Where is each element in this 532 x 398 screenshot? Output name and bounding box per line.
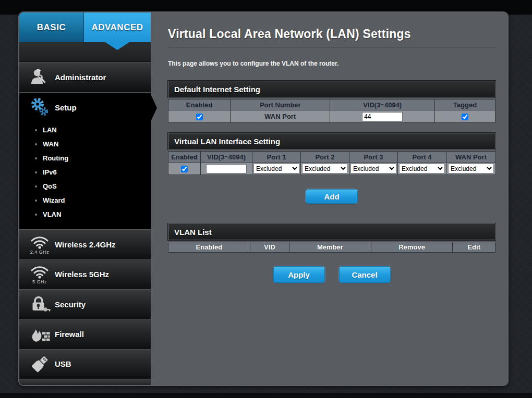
table-header-row: Enabled Port Number VID(3~4094) Tagged: [168, 100, 495, 110]
sidebar-item-label: Firewall: [55, 330, 84, 339]
port2-cell: Excluded: [301, 163, 349, 175]
add-button-row: Add: [168, 189, 495, 204]
sidebar-item-usb[interactable]: USB: [19, 349, 151, 379]
sidebar-item-security[interactable]: Security: [19, 289, 151, 319]
col-header-remove: Remove: [371, 242, 453, 253]
col-header-enabled: Enabled: [168, 242, 250, 253]
submenu-item-wizard[interactable]: Wizard: [35, 193, 151, 207]
app-panel: BASIC ADVANCED Adm: [18, 11, 509, 386]
vlan-interface-table: Enabled VID(3~4094) Port 1 Port 2 Port 3…: [168, 151, 496, 175]
tab-basic[interactable]: BASIC: [19, 13, 84, 42]
sidebar-item-firewall[interactable]: Firewall: [19, 319, 151, 349]
enabled-cell: [168, 110, 231, 123]
form-actions: Apply Cancel: [168, 266, 495, 283]
internet-tagged-checkbox[interactable]: [462, 114, 468, 120]
col-header-tagged: Tagged: [434, 100, 495, 110]
tab-strip: [19, 42, 151, 62]
sidebar-item-administrator[interactable]: Administrator: [19, 62, 151, 92]
port-number-cell: WAN Port: [231, 110, 330, 123]
active-section-arrow: [150, 93, 157, 122]
vlan-enabled-checkbox[interactable]: [181, 166, 188, 172]
usb-icon: [25, 354, 55, 374]
col-header-vid: VID(3~4094): [201, 152, 252, 163]
port1-select[interactable]: Excluded: [253, 164, 299, 173]
vid-cell: [330, 110, 435, 123]
sidebar-section-setup: Setup LAN WAN Routing IPv6 QoS Wizard VL…: [19, 92, 151, 229]
col-header-vid: VID: [250, 242, 289, 253]
internet-enabled-checkbox[interactable]: [196, 114, 203, 120]
submenu-item-ipv6[interactable]: IPv6: [35, 165, 151, 179]
port4-select[interactable]: Excluded: [399, 164, 445, 173]
col-header-enabled: Enabled: [168, 100, 231, 110]
sidebar-footer: [19, 379, 151, 385]
col-header-wan-port: WAN Port: [446, 152, 496, 163]
table-header-row: Enabled VID Member Remove Edit: [168, 242, 495, 253]
internet-vid-input[interactable]: [362, 112, 403, 121]
title-divider: [168, 47, 495, 47]
tagged-cell: [434, 110, 495, 123]
wifi-icon: 2.4 GHz: [25, 234, 55, 255]
submenu-item-wan[interactable]: WAN: [35, 137, 151, 151]
sidebar-item-label: Security: [55, 300, 86, 309]
bullet-icon: [35, 143, 37, 145]
submenu-label: WAN: [43, 137, 58, 151]
enabled-cell: [168, 163, 201, 175]
submenu-label: IPv6: [43, 165, 57, 179]
bullet-icon: [35, 129, 37, 131]
sidebar-item-setup[interactable]: Setup: [19, 93, 151, 122]
wan-port-cell: Excluded: [446, 163, 496, 175]
wifi-band-caption: 5 GHz: [32, 279, 47, 284]
sidebar: BASIC ADVANCED Adm: [19, 13, 151, 385]
setup-submenu: LAN WAN Routing IPv6 QoS Wizard VLAN: [19, 122, 151, 230]
tab-bar: BASIC ADVANCED: [19, 13, 151, 42]
sidebar-item-wireless-24ghz[interactable]: 2.4 GHz Wireless 2.4GHz: [19, 229, 151, 259]
submenu-label: QoS: [43, 179, 57, 193]
sidebar-item-label: USB: [55, 359, 71, 368]
bullet-icon: [35, 214, 37, 216]
sidebar-item-wireless-5ghz[interactable]: 5 GHz Wireless 5GHz: [19, 259, 151, 289]
vlan-list-section-title: VLAN List: [168, 223, 495, 240]
sidebar-item-label: Administrator: [55, 73, 106, 82]
bullet-icon: [35, 171, 37, 173]
bullet-icon: [35, 157, 37, 159]
port3-cell: Excluded: [349, 163, 398, 175]
submenu-label: Wizard: [43, 193, 65, 207]
vlan-vid-input[interactable]: [206, 164, 247, 173]
default-internet-section: Default Internet Setting Enabled Port Nu…: [168, 81, 495, 123]
col-header-port-number: Port Number: [231, 100, 330, 110]
submenu-item-lan[interactable]: LAN: [35, 123, 151, 137]
col-header-member: Member: [289, 242, 371, 253]
default-internet-section-title: Default Internet Setting: [168, 81, 495, 97]
apply-button[interactable]: Apply: [273, 266, 325, 283]
tab-advanced[interactable]: ADVANCED: [84, 13, 151, 42]
col-header-port1: Port 1: [252, 152, 301, 163]
active-tab-notch: [105, 42, 129, 50]
cancel-button[interactable]: Cancel: [339, 266, 391, 283]
col-header-vid: VID(3~4094): [330, 100, 435, 110]
vlan-interface-section-title: Virtual LAN Interface Setting: [168, 133, 495, 150]
port2-select[interactable]: Excluded: [302, 164, 348, 173]
submenu-item-routing[interactable]: Routing: [35, 151, 151, 165]
col-header-port4: Port 4: [398, 152, 446, 163]
gears-icon: [25, 97, 55, 118]
sidebar-item-label: Setup: [55, 103, 77, 112]
bullet-icon: [35, 185, 37, 188]
sidebar-item-label: Wireless 2.4GHz: [55, 240, 116, 249]
vid-cell: [201, 163, 252, 175]
vlan-list-section: VLAN List Enabled VID Member Remove Edit: [168, 223, 495, 253]
wifi-icon: 5 GHz: [25, 264, 55, 284]
submenu-item-qos[interactable]: QoS: [35, 179, 151, 193]
admin-icon: [25, 68, 55, 88]
col-header-enabled: Enabled: [168, 152, 201, 163]
submenu-item-vlan[interactable]: VLAN: [35, 207, 151, 221]
wifi-band-caption: 2.4 GHz: [30, 250, 50, 255]
add-button[interactable]: Add: [306, 189, 358, 204]
port3-select[interactable]: Excluded: [350, 164, 396, 173]
page-description: This page allows you to configure the VL…: [168, 60, 494, 67]
sidebar-item-label: Wireless 5GHz: [55, 270, 109, 279]
page-title: Virtual Local Area Network (LAN) Setting…: [168, 27, 494, 41]
col-header-port3: Port 3: [349, 152, 398, 163]
submenu-label: LAN: [43, 123, 57, 137]
bullet-icon: [35, 200, 37, 202]
wan-port-select[interactable]: Excluded: [448, 164, 494, 173]
